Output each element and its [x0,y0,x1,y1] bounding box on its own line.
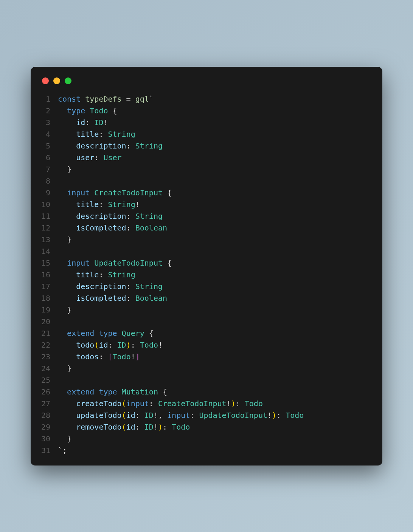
line-number: 18 [40,292,58,304]
line-content: type Todo { [58,105,117,117]
token: Todo [286,411,304,420]
line-number: 13 [40,234,58,246]
token: : [99,270,108,279]
token: Boolean [135,223,167,232]
code-line: 30 } [40,433,373,445]
token: String [108,130,135,139]
line-number: 22 [40,339,58,351]
line-content: title: String [58,128,135,140]
code-line: 19 } [40,304,373,316]
line-content: input UpdateTodoInput { [58,257,172,269]
code-line: 15 input UpdateTodoInput { [40,257,373,269]
line-number: 7 [40,164,58,175]
token: Todo [245,399,263,408]
token: String [135,212,163,221]
token: input [67,258,94,268]
token: ! [154,411,158,420]
code-line: 11 description: String [40,210,373,222]
close-icon[interactable] [42,77,49,84]
token: Todo [140,340,158,350]
token: ( [122,422,126,431]
token: ! [103,118,108,127]
token [58,118,76,127]
token: String [135,282,163,291]
token: ) [126,340,131,350]
token [58,411,76,420]
token: type [67,106,90,115]
token: Mutation [122,387,158,396]
token: { [108,106,117,115]
code-line: 17 description: String [40,281,373,292]
line-content: description: String [58,281,163,292]
line-content: } [58,304,71,316]
code-line: 3 id: ID! [40,117,373,128]
token: Todo [172,422,190,431]
token: description [76,212,126,221]
code-line: 27 createTodo(input: CreateTodoInput!): … [40,398,373,410]
token: ! [135,200,140,209]
token: ` [58,446,62,455]
token: } [58,165,71,174]
line-content: todos: [Todo!] [58,351,140,363]
token: id [126,422,135,431]
line-number: 16 [40,269,58,281]
line-number: 17 [40,281,58,292]
token [58,141,76,150]
line-content: user: User [58,152,122,164]
token: user [76,153,94,162]
maximize-icon[interactable] [65,77,71,84]
code-line: 6 user: User [40,152,373,164]
token [58,387,67,396]
line-content: title: String! [58,199,140,210]
token: { [163,188,172,197]
line-content: input CreateTodoInput { [58,187,172,199]
token: isCompleted [76,223,126,232]
token: : [236,399,245,408]
code-line: 28 updateTodo(id: ID!, input: UpdateTodo… [40,410,373,421]
code-line: 1const typeDefs = gql` [40,93,373,105]
line-number: 23 [40,351,58,363]
line-number: 27 [40,398,58,410]
window-titlebar [40,77,373,84]
token: ] [135,352,140,361]
code-line: 10 title: String! [40,199,373,210]
token: : [85,118,94,127]
code-line: 20 [40,316,373,328]
token [58,270,76,279]
token: User [103,153,121,162]
code-line: 21 extend type Query { [40,328,373,339]
minimize-icon[interactable] [53,77,60,84]
line-number: 29 [40,421,58,433]
token: ID [94,118,103,127]
token: } [58,364,71,373]
token: UpdateTodoInput [94,258,163,268]
token [58,212,76,221]
line-content: removeTodo(id: ID!): Todo [58,421,190,433]
token: : [190,411,199,420]
token [58,200,76,209]
token: ! [227,399,231,408]
line-content: extend type Query { [58,328,154,339]
code-block: 1const typeDefs = gql`2 type Todo {3 id:… [40,93,373,456]
token: : [99,352,108,361]
token: ( [122,411,126,420]
token: CreateTodoInput [94,188,163,197]
code-line: 7 } [40,164,373,175]
token [58,106,67,115]
token: : [131,340,140,350]
token: : [99,200,108,209]
token [58,294,76,303]
token: : [135,411,144,420]
code-line: 24 } [40,363,373,374]
token: ` [149,94,154,104]
token: ! [131,352,135,361]
token [58,188,67,197]
token: } [58,235,71,244]
token [58,422,76,431]
line-number: 4 [40,128,58,140]
code-line: 14 [40,246,373,257]
line-content: `; [58,445,67,456]
token: title [76,270,99,279]
code-line: 29 removeTodo(id: ID!): Todo [40,421,373,433]
token: description [76,282,126,291]
